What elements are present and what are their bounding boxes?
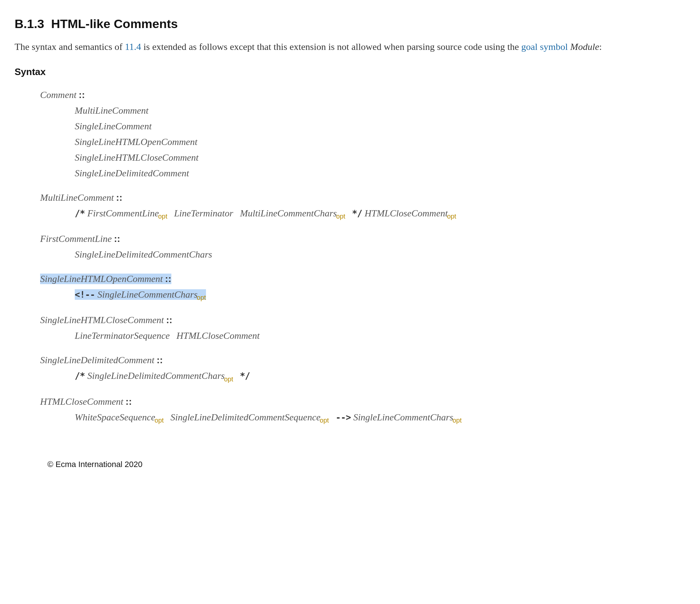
link-goal-symbol[interactable]: goal symbol: [521, 42, 568, 52]
highlighted-text: SingleLineHTMLOpenComment::: [40, 274, 171, 284]
rhs: SingleLineHTMLCloseComment: [75, 150, 685, 165]
production-firstcommentline: FirstCommentLine:: SingleLineDelimitedCo…: [40, 232, 685, 262]
opt-marker: opt: [158, 213, 167, 220]
nonterminal: SingleLineDelimitedComment: [40, 355, 154, 365]
production-htmlclosecomment: HTMLCloseComment:: WhiteSpaceSequenceopt…: [40, 395, 685, 425]
section-heading: B.1.3 HTML-like Comments: [15, 15, 685, 33]
nonterminal: SingleLineCommentChars: [97, 289, 197, 300]
separator: ::: [156, 354, 163, 365]
nonterminal: FirstCommentLine: [87, 208, 159, 219]
rhs: MultiLineComment: [75, 103, 685, 118]
rhs: WhiteSpaceSequenceopt SingleLineDelimite…: [75, 410, 685, 425]
separator: ::: [125, 396, 132, 407]
terminal: -->: [336, 412, 351, 423]
production-comment: Comment:: MultiLineComment SingleLineCom…: [40, 88, 685, 180]
production-lhs: HTMLCloseComment::: [40, 395, 685, 409]
module-term: Module: [570, 42, 599, 52]
rhs: SingleLineComment: [75, 119, 685, 133]
production-multilinecomment: MultiLineComment:: /* FirstCommentLineop…: [40, 191, 685, 221]
rhs: SingleLineDelimitedCommentChars: [75, 247, 685, 262]
rhs: /* FirstCommentLineopt LineTerminator Mu…: [75, 206, 685, 221]
terminal: */: [352, 208, 362, 219]
intro-paragraph: The syntax and semantics of 11.4 is exte…: [15, 40, 685, 54]
separator: ::: [166, 314, 172, 325]
nonterminal: MultiLineCommentChars: [240, 208, 337, 219]
rhs: LineTerminatorSequence HTMLCloseComment: [75, 329, 685, 343]
terminal: */: [240, 371, 250, 381]
grammar-block: Comment:: MultiLineComment SingleLineCom…: [40, 88, 685, 425]
production-singlelinehtmlopencomment: SingleLineHTMLOpenComment:: <!-- SingleL…: [40, 272, 685, 303]
production-lhs: SingleLineHTMLCloseComment::: [40, 313, 685, 327]
nonterminal: HTMLCloseComment: [176, 330, 260, 341]
nonterminal: WhiteSpaceSequence: [75, 412, 155, 423]
production-lhs: Comment::: [40, 88, 685, 102]
opt-marker: opt: [336, 213, 345, 220]
rhs: SingleLineHTMLOpenComment: [75, 135, 685, 149]
nonterminal: SingleLineHTMLOpenComment: [40, 274, 163, 284]
syntax-label: Syntax: [15, 65, 685, 79]
highlighted-text: <!-- SingleLineCommentCharsopt: [75, 289, 206, 300]
production-lhs: SingleLineHTMLOpenComment::: [40, 272, 685, 286]
nonterminal: HTMLCloseComment: [365, 208, 448, 219]
section-number: B.1.3: [15, 17, 44, 31]
separator: ::: [114, 233, 120, 244]
terminal: <!--: [75, 290, 95, 300]
copyright-footer: © Ecma International 2020: [47, 458, 685, 470]
rhs: <!-- SingleLineCommentCharsopt: [75, 287, 685, 303]
intro-text: The syntax and semantics of: [15, 42, 125, 52]
nonterminal: SingleLineCommentChars: [353, 412, 453, 423]
opt-marker: opt: [320, 417, 329, 424]
production-singlelinedelimitedcomment: SingleLineDelimitedComment:: /* SingleLi…: [40, 353, 685, 384]
intro-text: :: [599, 42, 602, 52]
nonterminal: SingleLineDelimitedCommentChars: [87, 370, 225, 381]
nonterminal: LineTerminatorSequence: [75, 330, 170, 341]
production-lhs: MultiLineComment::: [40, 191, 685, 205]
nonterminal: SingleLineDelimitedCommentSequence: [170, 412, 320, 423]
terminal: /*: [75, 208, 85, 219]
separator: ::: [79, 89, 85, 100]
opt-marker: opt: [447, 213, 456, 220]
nonterminal: FirstCommentLine: [40, 234, 112, 244]
nonterminal: LineTerminator: [174, 208, 233, 219]
nonterminal: Comment: [40, 90, 77, 100]
nonterminal: HTMLCloseComment: [40, 396, 123, 407]
production-lhs: FirstCommentLine::: [40, 232, 685, 246]
separator: ::: [165, 273, 171, 284]
opt-marker: opt: [155, 417, 164, 424]
opt-marker: opt: [224, 376, 233, 383]
nonterminal: SingleLineHTMLCloseComment: [40, 315, 164, 325]
production-lhs: SingleLineDelimitedComment::: [40, 353, 685, 367]
nonterminal: MultiLineComment: [40, 192, 114, 203]
rhs: SingleLineDelimitedComment: [75, 166, 685, 180]
intro-text: is extended as follows except that this …: [141, 42, 521, 52]
opt-marker: opt: [452, 417, 462, 424]
section-title: HTML-like Comments: [51, 17, 178, 31]
separator: ::: [116, 192, 122, 203]
production-singlelinehtmlclosecomment: SingleLineHTMLCloseComment:: LineTermina…: [40, 313, 685, 343]
link-11-4[interactable]: 11.4: [125, 42, 141, 52]
rhs: /* SingleLineDelimitedCommentCharsopt */: [75, 369, 685, 384]
terminal: /*: [75, 371, 85, 381]
opt-marker: opt: [197, 294, 206, 301]
